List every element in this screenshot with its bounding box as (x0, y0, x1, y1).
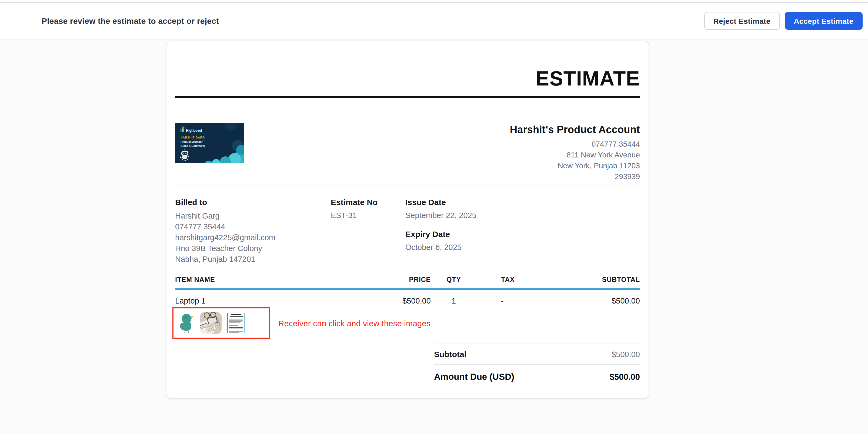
company-logo-image: HighLevel HARSHIT GARG Product Manager (… (175, 123, 244, 163)
item-price: $500.00 (379, 290, 431, 305)
amount-due-label: Amount Due (USD) (434, 372, 514, 382)
item-qty: 1 (431, 290, 477, 305)
totals-section: Subtotal $500.00 Amount Due (USD) $500.0… (434, 344, 640, 382)
col-header-tax: TAX (477, 276, 541, 288)
attachments-annotation: Receiver can click and view these images (278, 318, 431, 328)
company-info: Harshit's Product Account 074777 35444 8… (510, 124, 640, 182)
billed-to-block: Billed to Harshit Garg 074777 35444 hars… (175, 198, 331, 265)
parties-section: HighLevel HARSHIT GARG Product Manager (… (175, 123, 640, 182)
attachments-highlight-box (173, 307, 270, 339)
expiry-date-block: Expiry Date October 6, 2025 (405, 229, 476, 253)
item-tax: - (477, 290, 541, 305)
agreement-document-thumbnail[interactable] (226, 312, 246, 334)
item-attachments-row: Receiver can click and view these images (173, 307, 640, 339)
col-header-qty: QTY (431, 276, 477, 288)
bird-image-thumbnail[interactable] (179, 312, 195, 334)
review-banner: Please review the estimate to accept or … (0, 3, 868, 39)
items-table: ITEM NAME PRICE QTY TAX SUBTOTAL Laptop … (175, 276, 640, 339)
table-header-row: ITEM NAME PRICE QTY TAX SUBTOTAL (175, 276, 640, 288)
estimate-title: ESTIMATE (175, 68, 640, 98)
billed-to-name: Harshit Garg (175, 210, 331, 221)
billed-to-address-2: Nabha, Punjab 147201 (175, 254, 331, 265)
contract-photo-thumbnail[interactable] (200, 312, 222, 334)
col-header-price: PRICE (379, 276, 431, 288)
company-name: Harshit's Product Account (510, 124, 640, 136)
amount-due-row: Amount Due (USD) $500.00 (434, 365, 640, 382)
section-divider (175, 185, 640, 186)
banner-actions: Reject Estimate Accept Estimate (704, 12, 863, 30)
col-header-item-name: ITEM NAME (175, 276, 379, 288)
estimate-no-label: Estimate No (331, 198, 405, 207)
expiry-date-value: October 6, 2025 (405, 242, 476, 253)
subtotal-label: Subtotal (434, 349, 466, 359)
top-divider (0, 0, 868, 3)
item-subtotal: $500.00 (541, 290, 640, 305)
estimate-no-value: EST-31 (331, 210, 405, 221)
item-name: Laptop 1 (175, 290, 379, 305)
billed-to-phone: 074777 35444 (175, 221, 331, 232)
expiry-date-label: Expiry Date (405, 229, 476, 239)
billed-to-address-1: Hno 39B Teacher Colony (175, 243, 331, 254)
billed-to-label: Billed to (175, 198, 331, 207)
billed-to-email: harshitgarg4225@gmail.com (175, 232, 331, 243)
svg-text:(Docs & Contracts): (Docs & Contracts) (181, 144, 205, 147)
table-row: Laptop 1 $500.00 1 - $500.00 (175, 290, 640, 305)
company-address-2: New York, Punjab 11203 (510, 160, 640, 171)
estimate-card: ESTIMATE HighLevel HARSHIT GAR (166, 40, 649, 399)
svg-text:HighLevel: HighLevel (186, 129, 202, 133)
company-address-1: 811 New York Avenue (510, 149, 640, 160)
svg-text:Product Manager: Product Manager (181, 140, 203, 143)
banner-message: Please review the estimate to accept or … (42, 16, 219, 25)
accept-estimate-button[interactable]: Accept Estimate (784, 12, 863, 30)
svg-text:HARSHIT GARG: HARSHIT GARG (181, 136, 205, 139)
subtotal-value: $500.00 (612, 350, 640, 358)
issue-date-block: Issue Date September 22, 2025 (405, 198, 476, 221)
issue-date-label: Issue Date (405, 198, 476, 207)
reject-estimate-button[interactable]: Reject Estimate (704, 12, 780, 30)
amount-due-value: $500.00 (610, 372, 640, 382)
subtotal-row: Subtotal $500.00 (434, 344, 640, 364)
estimate-view: ESTIMATE HighLevel HARSHIT GAR (0, 39, 868, 434)
company-address-3: 293939 (510, 171, 640, 182)
meta-section: Billed to Harshit Garg 074777 35444 hars… (175, 198, 640, 265)
page: Please review the estimate to accept or … (0, 0, 868, 435)
issue-date-value: September 22, 2025 (405, 210, 476, 221)
estimate-no-block: Estimate No EST-31 (331, 198, 405, 265)
dates-block: Issue Date September 22, 2025 Expiry Dat… (405, 198, 476, 265)
col-header-subtotal: SUBTOTAL (541, 276, 640, 288)
company-phone: 074777 35444 (510, 139, 640, 149)
